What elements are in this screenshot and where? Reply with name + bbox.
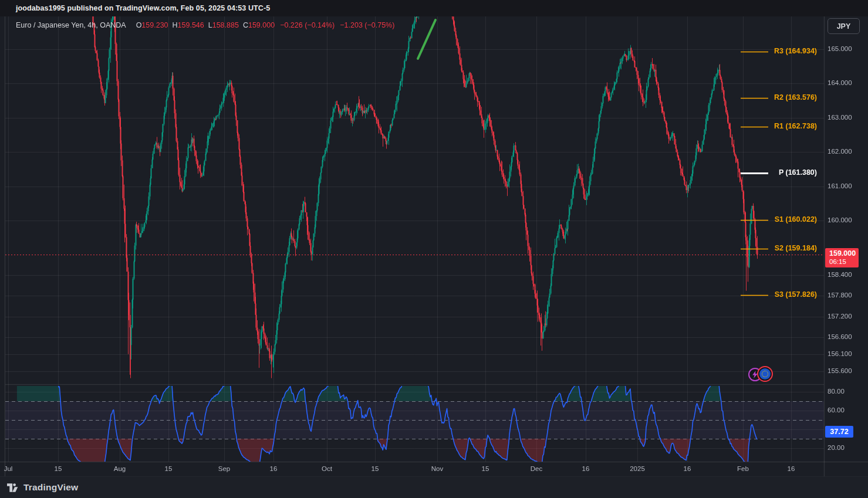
open-label: O — [136, 21, 142, 29]
price-axis-label[interactable]: 160.000 — [828, 216, 852, 223]
attribution-bar: joodabas1995 published on TradingView.co… — [0, 0, 868, 16]
close-value: 159.000 — [248, 21, 275, 29]
bar-countdown: 06:15 — [829, 258, 859, 266]
pivot-level-label: S2 (159.184) — [775, 244, 817, 252]
pivot-level-label: R3 (164.934) — [774, 47, 817, 55]
time-axis-label[interactable]: 15 — [165, 465, 173, 472]
time-axis-label[interactable]: Nov — [431, 465, 443, 472]
high-label: H — [173, 21, 178, 29]
pivot-level-label: P (161.380) — [779, 168, 817, 177]
time-axis-label[interactable]: 15 — [371, 465, 379, 472]
last-price-value: 159.000 — [829, 249, 859, 258]
attribution-text: joodabas1995 published on TradingView.co… — [16, 4, 270, 12]
last-price-tag: 159.000 06:15 — [825, 248, 859, 267]
time-axis-label[interactable]: 2025 — [630, 465, 645, 472]
price-axis-label[interactable]: 165.000 — [828, 45, 852, 52]
rsi-axis-label[interactable]: 80.00 — [828, 388, 845, 395]
time-axis-label[interactable]: 16 — [788, 465, 795, 472]
rsi-value-tag: 37.72 — [825, 426, 853, 438]
bottom-logo-bar: TradingView — [0, 476, 868, 498]
price-axis-label[interactable]: 163.000 — [828, 114, 852, 121]
time-axis-label[interactable]: 16 — [684, 465, 691, 472]
price-axis-label[interactable]: 157.800 — [828, 292, 852, 299]
pivot-level-label: S1 (160.022) — [775, 215, 817, 223]
price-axis-label[interactable]: 157.200 — [828, 313, 852, 320]
time-axis-label[interactable]: Feb — [737, 465, 749, 472]
time-axis-label[interactable]: 15 — [482, 465, 489, 472]
tradingview-chart-window: joodabas1995 published on TradingView.co… — [0, 0, 868, 498]
rsi-axis-label[interactable]: 60.00 — [828, 406, 845, 414]
close-label: C — [243, 21, 248, 29]
bar-change: −0.226 (−0.14%) — [280, 21, 335, 29]
symbol-title[interactable]: Euro / Japanese Yen, 4h, OANDA — [16, 21, 126, 29]
eu-economic-event-icon[interactable] — [757, 366, 773, 382]
pivot-level-label: R2 (163.576) — [774, 93, 817, 101]
time-axis-label[interactable]: 15 — [55, 465, 62, 472]
time-axis-label[interactable]: Oct — [322, 465, 332, 472]
cumulative-change: −1.203 (−0.75%) — [340, 21, 394, 29]
time-axis-label[interactable]: Jul — [4, 465, 13, 472]
time-axis-label[interactable]: Dec — [531, 465, 542, 472]
currency-toggle-button[interactable]: JPY — [828, 18, 860, 34]
time-axis-label[interactable]: Aug — [114, 465, 126, 472]
symbol-legend: Euro / Japanese Yen, 4h, OANDAO159.230H1… — [16, 21, 394, 29]
price-axis-label[interactable]: 156.600 — [828, 333, 852, 340]
low-value: 158.885 — [212, 21, 239, 29]
tradingview-logo-text[interactable]: TradingView — [23, 482, 78, 493]
price-axis-label[interactable]: 161.000 — [828, 182, 852, 189]
pivot-level-label: S3 (157.826) — [775, 290, 817, 299]
price-axis-label[interactable]: 162.000 — [828, 148, 852, 155]
rsi-axis-label[interactable]: 20.00 — [828, 444, 845, 451]
tradingview-logo-icon[interactable] — [7, 482, 19, 493]
pivot-level-label: R1 (162.738) — [774, 122, 817, 130]
price-axis-label[interactable]: 156.100 — [828, 350, 852, 357]
time-axis-label[interactable]: Sep — [218, 465, 230, 472]
low-label: L — [208, 21, 212, 29]
open-value: 159.230 — [141, 21, 168, 29]
price-axis-label[interactable]: 164.000 — [828, 79, 852, 86]
time-axis-label[interactable]: 16 — [270, 465, 278, 472]
eu-flag-icon — [759, 368, 771, 380]
time-axis-label[interactable]: 16 — [582, 465, 590, 472]
price-axis-label[interactable]: 158.400 — [828, 271, 852, 278]
price-chart-canvas[interactable] — [0, 0, 868, 498]
price-axis-label[interactable]: 155.600 — [828, 367, 852, 374]
high-value: 159.546 — [178, 21, 204, 29]
